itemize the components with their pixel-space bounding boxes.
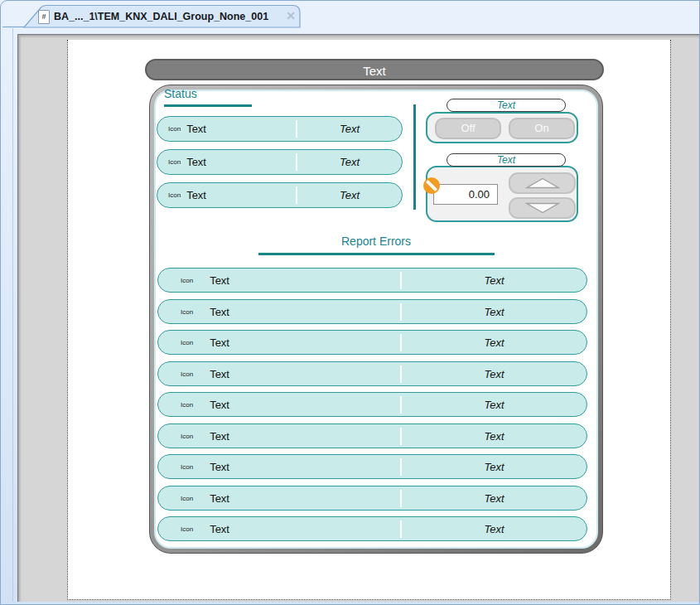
editor-window: # BA_..._1\TEM_KNX_DALI_Group_None_001 ✕… [0,0,700,605]
switch-group-label: Text [447,99,566,112]
tab-title[interactable]: BA_..._1\TEM_KNX_DALI_Group_None_001 [54,8,279,25]
status-row[interactable]: Icon Text Text [157,116,403,142]
tab-close-icon[interactable]: ✕ [283,8,298,23]
row-label: Text [210,461,229,473]
row-label: Text [210,336,229,349]
row-value: Text [402,523,587,535]
off-button[interactable]: Off [435,118,501,139]
row-icon-placeholder: Icon [181,277,193,284]
row-label: Text [210,523,229,535]
row-icon-placeholder: Icon [181,401,193,409]
document-icon: # [38,10,50,24]
report-row[interactable]: Icon Text Text [157,454,587,479]
report-row[interactable]: Icon Text Text [157,330,587,355]
report-errors-underline [258,253,495,255]
triangle-up-icon [525,177,560,189]
row-value: Text [402,399,587,411]
report-row[interactable]: Icon Text Text [157,299,587,324]
spinner-group-label: Text [447,153,566,167]
design-canvas: Text Status Icon Text Text Icon Text [17,34,699,602]
increment-button[interactable] [509,172,576,194]
widget-title-bar[interactable]: Text [145,59,604,80]
row-label: Text [186,156,206,168]
row-label: Text [210,399,229,411]
tab-bar: # BA_..._1\TEM_KNX_DALI_Group_None_001 ✕ [1,1,700,34]
row-icon-placeholder: Icon [181,433,193,440]
status-row[interactable]: Icon Text Text [157,149,403,175]
row-value: Text [402,430,587,443]
triangle-down-icon [525,202,560,214]
decrement-button[interactable] [509,197,576,219]
row-label: Text [210,306,229,318]
status-underline [164,104,252,107]
report-errors-heading: Report Errors [149,235,603,248]
on-button[interactable]: On [509,118,575,139]
row-value: Text [402,274,587,287]
row-icon-placeholder: Icon [168,191,181,199]
row-value: Text [297,189,402,201]
report-row[interactable]: Icon Text Text [157,268,587,293]
row-label: Text [210,430,229,443]
row-icon-placeholder: Icon [181,463,193,471]
row-label: Text [186,189,206,201]
row-value: Text [402,492,587,505]
pane-edge-line [12,28,13,602]
row-label: Text [210,492,229,505]
row-icon-placeholder: Icon [168,125,181,133]
row-value: Text [402,306,587,318]
row-label: Text [210,274,229,287]
page-area: Text Status Icon Text Text Icon Text [67,40,671,600]
row-label: Text [210,368,229,380]
row-value: Text [297,123,402,135]
status-heading: Status [164,87,197,100]
row-icon-placeholder: Icon [181,525,193,533]
report-row[interactable]: Icon Text Text [157,516,587,541]
row-icon-placeholder: Icon [181,308,193,316]
row-value: Text [402,461,587,473]
row-icon-placeholder: Icon [168,158,181,166]
no-entry-icon [423,177,440,194]
value-field[interactable]: 0.00 [433,184,498,205]
row-label: Text [186,123,206,135]
row-icon-placeholder: Icon [181,370,193,378]
row-value: Text [297,156,402,168]
row-value: Text [402,368,587,380]
row-value: Text [402,336,587,349]
report-row[interactable]: Icon Text Text [157,392,587,417]
status-row[interactable]: Icon Text Text [157,182,403,208]
vertical-separator [413,104,416,210]
report-row[interactable]: Icon Text Text [157,424,587,448]
report-row[interactable]: Icon Text Text [157,486,587,511]
row-icon-placeholder: Icon [181,495,193,502]
report-row[interactable]: Icon Text Text [157,361,587,386]
row-icon-placeholder: Icon [181,339,193,346]
